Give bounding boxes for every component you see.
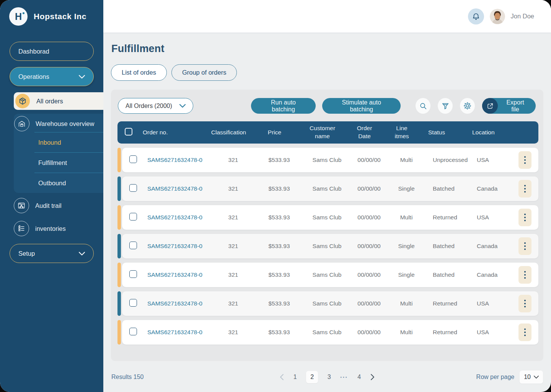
filter-funnel-icon — [441, 102, 450, 110]
price-cell: $533.93 — [268, 243, 290, 249]
price-cell: $533.93 — [268, 185, 290, 192]
package-box-icon — [15, 94, 30, 108]
order-number-link[interactable]: SAMS6271632478-0 — [147, 157, 202, 163]
line-items-cell: Single — [398, 243, 414, 249]
classification-cell: 321 — [228, 329, 238, 335]
sidebar-item-warehouse-overview[interactable]: Warehouse overview — [14, 114, 103, 132]
select-all-checkbox[interactable] — [125, 128, 132, 136]
pagination-prev-icon[interactable] — [280, 374, 284, 381]
location-cell: Canada — [477, 185, 497, 192]
rows-per-page-select[interactable]: 10 — [520, 371, 543, 384]
sidebar-item-inbound[interactable]: Inbound — [34, 132, 103, 152]
price-cell: $533.93 — [268, 271, 290, 278]
settings-button[interactable] — [460, 98, 475, 114]
orders-filter-value: All Orders (2000) — [126, 103, 172, 109]
pagination-ellipsis[interactable]: ••• — [340, 375, 348, 379]
pagination: 123•••4 — [203, 371, 451, 383]
warehouse-icon — [14, 116, 29, 131]
order-number-link[interactable]: SAMS6271632478-0 — [147, 329, 202, 335]
row-actions-kebab-button[interactable] — [518, 180, 531, 198]
top-bar: Jon Doe — [103, 0, 551, 33]
table-row: SAMS6271632478-0321$533.93Sams Club00/00… — [117, 291, 538, 316]
logo: H Hopstack Inc — [0, 0, 103, 26]
sidebar-item-fulfillment[interactable]: Fulfillment — [34, 152, 103, 173]
orders-filter-select[interactable]: All Orders (2000) — [118, 98, 193, 114]
order-date-cell: 00/00/00 — [357, 185, 380, 192]
row-actions-kebab-button[interactable] — [518, 323, 531, 341]
row-checkbox[interactable] — [129, 184, 137, 192]
pagination-next-icon[interactable] — [370, 374, 375, 381]
filter-button[interactable] — [438, 98, 453, 114]
row-accent-bar — [117, 234, 121, 258]
location-cell: Canada — [477, 243, 497, 249]
order-date-cell: 00/00/00 — [357, 271, 380, 278]
row-checkbox[interactable] — [129, 242, 137, 249]
user-name: Jon Doe — [511, 13, 534, 20]
row-checkbox[interactable] — [129, 270, 137, 278]
audit-trail-icon — [14, 198, 29, 213]
classification-cell: 321 — [228, 214, 238, 220]
row-checkbox[interactable] — [129, 299, 137, 307]
customer-name-cell: Sams Club — [313, 185, 342, 192]
order-number-link[interactable]: SAMS6271632478-0 — [147, 214, 202, 220]
search-button[interactable] — [416, 98, 430, 114]
page-content: Fulfillment List of ordes Group of order… — [103, 33, 551, 392]
pagination-page[interactable]: 4 — [357, 374, 362, 381]
sidebar-item-audit-trail[interactable]: Audit trail — [14, 195, 103, 216]
row-actions-kebab-button[interactable] — [518, 266, 531, 284]
row-checkbox[interactable] — [129, 328, 137, 335]
column-header: Order Date — [357, 124, 372, 140]
rows-per-page: Row per page 10 — [451, 371, 543, 384]
sidebar-item-dashboard[interactable]: Dashborad — [10, 42, 94, 61]
row-accent-bar — [117, 176, 121, 201]
column-header: Line itmes — [395, 124, 409, 140]
customer-name-cell: Sams Club — [313, 300, 342, 307]
avatar[interactable] — [490, 9, 505, 24]
row-accent-bar — [117, 291, 121, 316]
sidebar-item-all-orders[interactable]: All orders — [14, 92, 103, 110]
sidebar-item-outbound[interactable]: Outbound — [34, 173, 103, 193]
pagination-page[interactable]: 3 — [326, 374, 332, 381]
row-checkbox[interactable] — [129, 213, 137, 220]
sidebar-item-operations[interactable]: Operations — [10, 67, 94, 86]
tab-group-of-orders[interactable]: Group of orders — [171, 64, 237, 81]
status-cell: Returned — [433, 214, 457, 220]
run-auto-batching-button[interactable]: Run auto batching — [251, 98, 316, 114]
sidebar-item-label: Outbound — [38, 180, 66, 187]
pagination-page[interactable]: 1 — [292, 374, 298, 381]
table-row: SAMS6271632478-0321$533.93Sams Club00/00… — [117, 205, 538, 230]
classification-cell: 321 — [228, 271, 238, 278]
sidebar-item-setup[interactable]: Setup — [10, 244, 94, 263]
row-actions-kebab-button[interactable] — [518, 237, 531, 255]
row-actions-kebab-button[interactable] — [518, 295, 531, 312]
table-footer: Results 150 123•••4 Row per page 10 — [111, 371, 543, 384]
price-cell: $533.93 — [268, 214, 290, 220]
row-accent-bar — [117, 263, 121, 287]
orders-toolbar: All Orders (2000) Run auto batching Stim… — [111, 98, 543, 114]
price-cell: $533.93 — [268, 300, 290, 307]
sidebar-item-inventories[interactable]: inventories — [14, 218, 103, 239]
notifications-button[interactable] — [468, 8, 484, 24]
line-items-cell: Multi — [400, 157, 413, 163]
pagination-page-current[interactable]: 2 — [306, 371, 318, 383]
order-number-link[interactable]: SAMS6271632478-0 — [147, 185, 202, 192]
rows-per-page-label: Row per page — [476, 374, 515, 381]
order-number-link[interactable]: SAMS6271632478-0 — [147, 271, 202, 278]
row-actions-kebab-button[interactable] — [518, 151, 531, 169]
row-actions-kebab-button[interactable] — [518, 209, 531, 226]
location-cell: USA — [477, 157, 489, 163]
orders-panel: All Orders (2000) Run auto batching Stim… — [111, 90, 543, 361]
tab-list-of-orders[interactable]: List of ordes — [111, 64, 167, 81]
table-row: SAMS6271632478-0321$533.93Sams Club00/00… — [117, 234, 538, 258]
sidebar-item-label: inventories — [35, 225, 66, 232]
line-items-cell: Single — [398, 185, 414, 192]
export-file-button[interactable]: Export file — [482, 98, 536, 114]
order-number-link[interactable]: SAMS6271632478-0 — [147, 300, 202, 307]
order-date-cell: 00/00/00 — [357, 243, 380, 249]
hopstack-logo-icon: H — [9, 7, 28, 26]
row-checkbox[interactable] — [129, 155, 137, 163]
export-icon — [482, 98, 498, 114]
order-number-link[interactable]: SAMS6271632478-0 — [147, 243, 202, 249]
stimulate-auto-batching-button[interactable]: Stimulate auto batching — [322, 98, 401, 114]
status-cell: Returned — [433, 300, 457, 307]
